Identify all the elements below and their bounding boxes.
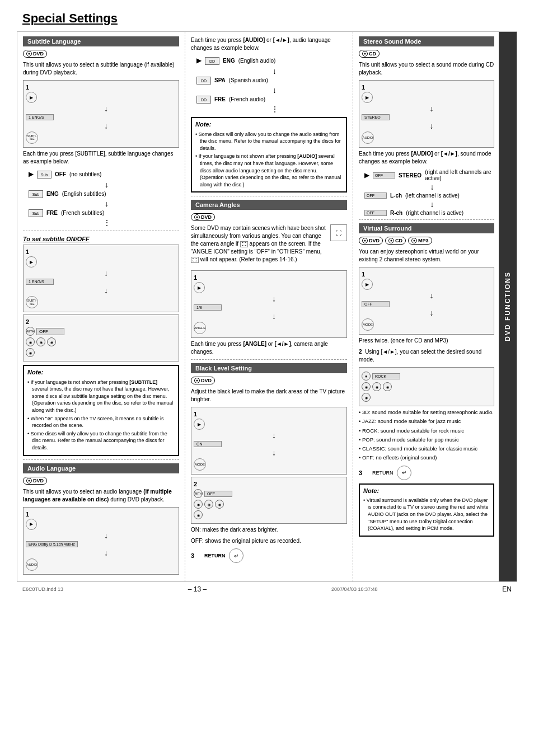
subtitle-section-header: Subtitle Language	[23, 36, 179, 46]
off-display2: OFF	[36, 328, 64, 335]
disc-icon-audio	[26, 478, 32, 483]
col-right: Stereo Sound Mode CD This unit allows yo…	[353, 32, 517, 581]
subtitle-display: 1 ENG/S	[26, 114, 54, 120]
with-btn2: WITH	[194, 489, 203, 498]
subtitle-items: ▶ Sub OFF (no subtitles) ↓ Sub ENG (Engl…	[29, 169, 179, 227]
virtual-dvd-badge: DVD	[359, 237, 383, 245]
stereo-step1: 1 ▶ ↓ STEREO ↓ AUDIO	[359, 80, 494, 148]
virtual-note-1: Virtual surround is available only when …	[368, 497, 490, 532]
circle-btn4: ◉	[26, 348, 35, 357]
off-label: OFF	[55, 170, 66, 179]
audio-note-2: If your language is not shown after pres…	[200, 153, 343, 188]
step1-num: 1	[26, 84, 32, 91]
audio-items: ▶ DD ENG (English audio) ↓ DD SPA (Spani…	[196, 55, 347, 114]
camera-section-header: Camera Angles	[191, 200, 347, 210]
col-mid: Each time you press [AUDIO] or [◄/►], au…	[185, 32, 353, 581]
audio-fre-item: DD FRE (French audio)	[196, 95, 347, 104]
virtual-header: Virtual Surround	[359, 223, 494, 233]
main-content: Subtitle Language DVD This unit allows y…	[17, 31, 517, 582]
with-btn: WITH	[26, 327, 35, 336]
arrow-down-2: ↓	[36, 121, 176, 130]
audio-section-header: Audio Language	[23, 463, 179, 473]
stereo-items: ▶ OFF STEREO (right and left channels ar…	[364, 169, 494, 216]
subtitle-eng-item: Sub ENG (English subtitles)	[29, 190, 179, 199]
fre-icon-box: Sub	[29, 209, 43, 217]
virtual-step2-caption: 2 Using [◄/►], you can select the desire…	[359, 348, 494, 364]
black-dvd-badge: DVD	[191, 377, 215, 384]
col-left: Subtitle Language DVD This unit allows y…	[17, 32, 185, 581]
page-title: Special Settings	[17, 11, 517, 26]
camera-dvd-badge: DVD	[191, 213, 215, 221]
footer-lang: EN	[502, 585, 512, 593]
black-body: Adjust the black level to make the dark …	[191, 388, 347, 403]
off-desc: OFF: shows the original picture as recor…	[191, 537, 347, 545]
angle-btn: ANGLE	[194, 322, 206, 334]
eng-label: ENG	[46, 190, 59, 199]
audio-display: ENG Dolby D 5.1ch 48kHz	[26, 541, 78, 547]
eng-icon-box: Sub	[29, 190, 43, 198]
virtual-mp3-badge: MP3	[408, 237, 432, 245]
fre-desc: (French subtitles)	[61, 209, 104, 218]
eng-desc: (English subtitles)	[62, 190, 106, 199]
mode-btn-virtual: MODE	[362, 318, 374, 331]
audio-eng-item: ▶ DD ENG (English audio)	[196, 55, 347, 66]
black-step1: 1 ▶ ↓ ON ↓ MODE	[191, 407, 347, 475]
stereo-caption: Each time you press [AUDIO] or [◄/►], so…	[359, 150, 494, 166]
audio-cont-caption: Each time you press [AUDIO] or [◄/►], au…	[191, 36, 347, 52]
stereo-audio-btn: AUDIO	[362, 132, 374, 144]
subtitle-button-diag: SUBTI-TLE	[26, 132, 38, 144]
black-step3-row: 3 RETURN ↵	[191, 548, 347, 563]
return-btn2: ↵	[397, 466, 411, 480]
audio-dvd-badge: DVD	[23, 477, 47, 485]
disc-icon	[26, 51, 32, 57]
fre-label: FRE	[46, 209, 58, 218]
virtual-body: You can enjoy stereophonic virtual world…	[359, 248, 494, 264]
return-btn: ↵	[229, 548, 243, 563]
camera-body: Some DVD may contain scenes which have b…	[191, 224, 327, 264]
off-desc: (no subtitles)	[69, 170, 101, 179]
virtual-display: OFF	[362, 301, 390, 307]
footer-date: 2007/04/03 10:37:48	[331, 586, 378, 592]
subtitle-off-item: ▶ Sub OFF (no subtitles)	[29, 169, 179, 180]
camera-play: ▶	[194, 282, 205, 293]
subtitle-caption: Each time you press [SUBTITLE], subtitle…	[23, 150, 179, 166]
black-level-header: Black Level Setting	[191, 363, 347, 373]
virtual-play: ▶	[362, 279, 373, 290]
page-wrapper: Special Settings Subtitle Language DVD T…	[0, 0, 534, 756]
arrow-down-1: ↓	[36, 104, 176, 113]
stereo-play: ▶	[362, 92, 373, 103]
audio-note-title: Note:	[195, 120, 343, 129]
audio-btn: AUDIO	[26, 558, 38, 571]
arrow-off: ▶	[29, 169, 34, 180]
audio-step1: 1 ▶ ↓ ENG Dolby D 5.1ch 48kHz ↓ AUDIO	[23, 507, 179, 575]
footer-doc: E6C0TUD.indd 13	[22, 586, 63, 592]
virtual-step1-note: Press twice. (once for CD and MP3)	[359, 337, 494, 345]
stereo-display: STEREO	[362, 114, 390, 120]
dvd-badge: DVD	[23, 50, 47, 58]
play-button-diag: ▶	[26, 92, 37, 103]
camera-display: 1/8	[194, 304, 222, 311]
set-display: 1 ENG/S	[26, 279, 54, 285]
virtual-note-box: Note: Virtual surround is available only…	[359, 483, 494, 537]
mode-btn-black: MODE	[194, 458, 206, 471]
footer-page: – 13 –	[188, 585, 207, 593]
set-subtitle-step2: 2 WITH OFF ◉ ◉ ◉ ◉	[23, 314, 179, 361]
subtitle-fre-item: Sub FRE (French subtitles)	[29, 209, 179, 218]
note-3: Some discs will only allow you to change…	[32, 430, 175, 452]
off-icon-box: Sub	[37, 171, 51, 179]
audio-body: This unit allows you to select an audio …	[23, 488, 179, 504]
circle-btn2: ◉	[36, 337, 45, 346]
on-desc: ON: makes the dark areas brighter.	[191, 526, 347, 534]
note-1: If your language is not shown after pres…	[32, 379, 175, 414]
page-footer: E6C0TUD.indd 13 – 13 – 2007/04/03 10:37:…	[17, 585, 517, 593]
sound-modes: 3D: sound mode suitable for setting ster…	[359, 408, 494, 462]
dvd-functions-tab: DVD FUNCTIONS	[499, 32, 517, 581]
audio-spa-item: DD SPA (Spanish audio)	[196, 76, 347, 85]
virtual-cd-badge: CD	[385, 237, 406, 245]
circle-btn1: ◉	[26, 337, 35, 346]
camera-step1: 1 ▶ ↓ 1/8 ↓ ANGLE	[191, 270, 347, 338]
black-display-on: ON	[194, 441, 222, 447]
stereo-cd-badge: CD	[359, 50, 380, 58]
virtual-step2-diagram: ◉ ROCK ◉ ◉ ◉ ◉	[359, 367, 494, 406]
set-subtitle-step1: 1 ▶ ↓ 1 ENG/S ↓ SUBTI-TLE	[23, 245, 179, 312]
